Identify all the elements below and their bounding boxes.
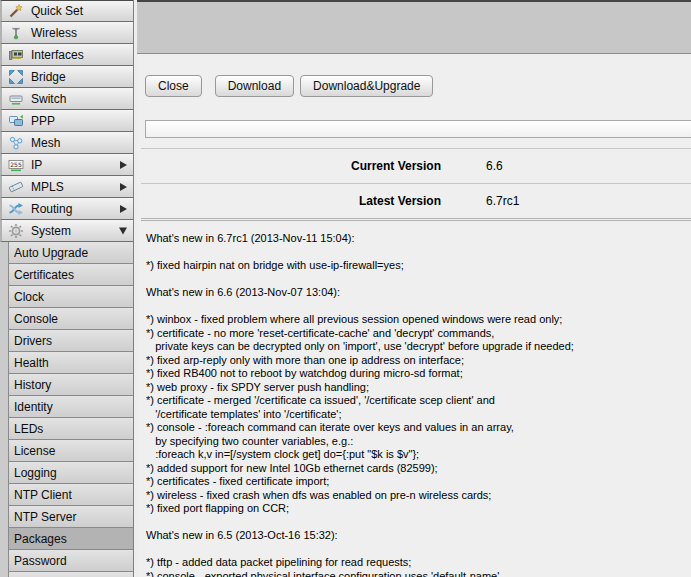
sidebar-item-label: PPP — [31, 114, 55, 128]
sidebar-subitem-health[interactable]: Health — [8, 352, 133, 374]
winbox-window: Quick SetWirelessInterfacesBridgeSwitchP… — [0, 0, 691, 577]
sidebar-item-label: Routing — [31, 202, 72, 216]
chevron-right-icon — [120, 161, 127, 169]
window-header — [137, 2, 691, 54]
sidebar-item-label: Wireless — [31, 26, 77, 40]
sidebar-item-mesh[interactable]: Mesh — [0, 132, 133, 154]
sidebar-item-switch[interactable]: Switch — [0, 88, 133, 110]
main-panel: CloseDownloadDownload&Upgrade Current Ve… — [137, 0, 691, 577]
sidebar-item-label: Interfaces — [31, 48, 84, 62]
download-upgrade-button[interactable]: Download&Upgrade — [300, 75, 433, 97]
switch-icon — [7, 91, 25, 107]
sidebar-item-system[interactable]: System — [0, 220, 133, 242]
mesh-icon — [7, 135, 25, 151]
sidebar-subitem-ntp-client[interactable]: NTP Client — [8, 484, 133, 506]
quick-set-icon — [7, 3, 25, 19]
version-row-label: Current Version — [141, 159, 441, 173]
sidebar-subitem-clock[interactable]: Clock — [8, 286, 133, 308]
version-table: Current Version6.6Latest Version6.7rc1 — [141, 148, 691, 221]
sidebar-subitem-license[interactable]: License — [8, 440, 133, 462]
bridge-icon — [7, 69, 25, 85]
sidebar-subitem-packages[interactable]: Packages — [8, 528, 133, 550]
sidebar-menu: Quick SetWirelessInterfacesBridgeSwitchP… — [0, 0, 134, 577]
version-row-current-version: Current Version6.6 — [141, 149, 691, 184]
routing-icon — [7, 201, 25, 217]
sidebar-subitem-auto-upgrade[interactable]: Auto Upgrade — [8, 242, 133, 264]
changelog-text: What's new in 6.7rc1 (2013-Nov-11 15:04)… — [146, 232, 691, 577]
sidebar-item-label: Switch — [31, 92, 66, 106]
download-status-bar — [145, 120, 691, 138]
sidebar-item-ip[interactable]: 255IP — [0, 154, 133, 176]
version-row-value: 6.6 — [486, 159, 503, 173]
mpls-icon — [7, 179, 25, 195]
sidebar-item-label: System — [31, 224, 71, 238]
ip-icon: 255 — [7, 157, 25, 173]
version-row-label: Latest Version — [141, 194, 441, 208]
chevron-right-icon — [120, 183, 127, 191]
sidebar-item-interfaces[interactable]: Interfaces — [0, 44, 133, 66]
version-row-latest-version: Latest Version6.7rc1 — [141, 184, 691, 219]
sidebar-subitem-password[interactable]: Password — [8, 550, 133, 572]
sidebar-subitem-leds[interactable]: LEDs — [8, 418, 133, 440]
interfaces-icon — [7, 47, 25, 63]
sidebar-subitem-history[interactable]: History — [8, 374, 133, 396]
sidebar-item-label: Mesh — [31, 136, 60, 150]
sidebar: Quick SetWirelessInterfacesBridgeSwitchP… — [0, 0, 137, 577]
version-row-value: 6.7rc1 — [486, 194, 519, 208]
sidebar-item-label: MPLS — [31, 180, 64, 194]
sidebar-item-bridge[interactable]: Bridge — [0, 66, 133, 88]
chevron-down-icon — [119, 227, 127, 234]
sidebar-subitem-partial — [8, 572, 133, 577]
sidebar-subitem-console[interactable]: Console — [8, 308, 133, 330]
sidebar-subitem-identity[interactable]: Identity — [8, 396, 133, 418]
wireless-icon — [7, 25, 25, 41]
sidebar-subitem-ntp-server[interactable]: NTP Server — [8, 506, 133, 528]
ppp-icon — [7, 113, 25, 129]
sidebar-subitem-certificates[interactable]: Certificates — [8, 264, 133, 286]
sidebar-item-mpls[interactable]: MPLS — [0, 176, 133, 198]
sidebar-item-quick-set[interactable]: Quick Set — [0, 0, 133, 22]
chevron-right-icon — [120, 205, 127, 213]
download-button[interactable]: Download — [215, 75, 294, 97]
sidebar-item-ppp[interactable]: PPP — [0, 110, 133, 132]
toolbar: CloseDownloadDownload&Upgrade — [145, 75, 433, 97]
sidebar-item-label: Bridge — [31, 70, 66, 84]
system-icon — [7, 223, 25, 239]
sidebar-subitem-drivers[interactable]: Drivers — [8, 330, 133, 352]
sidebar-subitem-logging[interactable]: Logging — [8, 462, 133, 484]
sidebar-item-label: Quick Set — [31, 4, 83, 18]
close-button[interactable]: Close — [145, 75, 202, 97]
sidebar-item-label: IP — [31, 158, 42, 172]
svg-text:255: 255 — [10, 160, 22, 167]
sidebar-item-routing[interactable]: Routing — [0, 198, 133, 220]
sidebar-item-wireless[interactable]: Wireless — [0, 22, 133, 44]
